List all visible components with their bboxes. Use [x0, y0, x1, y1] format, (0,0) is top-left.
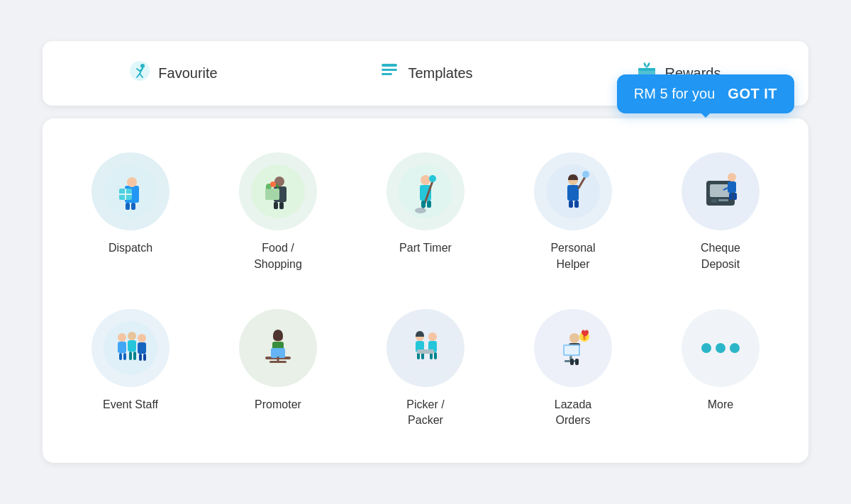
svg-rect-92 — [570, 359, 574, 365]
dot-3 — [730, 343, 740, 353]
svg-point-14 — [127, 177, 137, 187]
svg-point-73 — [399, 321, 452, 375]
svg-rect-93 — [575, 359, 579, 365]
app-container: Favourite Templates Rewards — [43, 41, 808, 463]
service-personal-helper[interactable]: PersonalHelper — [499, 140, 647, 285]
svg-rect-81 — [434, 352, 437, 359]
picker-packer-icon-circle — [386, 309, 465, 387]
svg-rect-63 — [138, 342, 146, 354]
svg-rect-35 — [427, 201, 431, 208]
svg-rect-70 — [271, 348, 285, 358]
more-icon-circle — [682, 309, 760, 387]
svg-rect-52 — [733, 193, 737, 200]
svg-rect-26 — [274, 202, 278, 209]
svg-rect-65 — [143, 354, 146, 361]
svg-rect-59 — [128, 340, 136, 352]
svg-point-58 — [128, 332, 136, 340]
service-grid-row1: Dispatch — [57, 140, 794, 285]
dot-2 — [716, 343, 725, 353]
dot-1 — [701, 343, 711, 353]
cheque-deposit-label: ChequeDeposit — [701, 240, 740, 272]
svg-rect-61 — [133, 352, 136, 360]
svg-rect-41 — [569, 201, 573, 208]
svg-rect-11 — [638, 68, 655, 71]
svg-rect-19 — [131, 203, 135, 210]
promoter-icon-circle — [239, 309, 317, 387]
got-it-button[interactable]: GOT IT — [728, 86, 777, 102]
picker-packer-label: Picker /Packer — [406, 397, 444, 429]
svg-rect-46 — [711, 199, 717, 203]
svg-rect-42 — [574, 201, 579, 208]
promoter-label: Promoter — [255, 397, 301, 413]
svg-rect-57 — [123, 353, 126, 360]
event-staff-icon-circle — [91, 309, 169, 387]
service-event-staff[interactable]: Event Staff — [57, 296, 204, 442]
service-picker-packer[interactable]: Picker /Packer — [352, 296, 499, 442]
svg-rect-51 — [729, 193, 733, 200]
svg-point-54 — [118, 333, 126, 342]
service-cheque-deposit[interactable]: ChequeDeposit — [647, 140, 794, 285]
lazada-orders-icon-circle: $ — [534, 309, 612, 387]
svg-point-40 — [582, 171, 589, 178]
service-lazada-orders[interactable]: $ LazadaOrders — [499, 296, 647, 442]
svg-rect-89 — [564, 346, 579, 354]
part-timer-icon-circle — [386, 152, 465, 230]
svg-rect-34 — [421, 201, 425, 208]
svg-point-48 — [728, 173, 736, 181]
tab-templates-label: Templates — [408, 65, 472, 82]
templates-icon — [378, 60, 401, 87]
svg-point-33 — [429, 175, 436, 182]
lazada-orders-label: LazadaOrders — [555, 397, 592, 429]
svg-point-84 — [569, 333, 579, 343]
cheque-deposit-icon-circle — [682, 152, 760, 230]
svg-point-32 — [415, 208, 426, 213]
service-dispatch[interactable]: Dispatch — [57, 140, 204, 285]
personal-helper-label: PersonalHelper — [550, 240, 595, 272]
svg-point-78 — [428, 332, 437, 341]
favourite-icon — [128, 60, 151, 87]
tab-favourite-label: Favourite — [158, 65, 217, 82]
svg-rect-27 — [279, 202, 284, 209]
svg-point-62 — [138, 334, 146, 342]
tab-templates[interactable]: Templates — [301, 47, 550, 100]
svg-rect-7 — [382, 64, 397, 67]
svg-rect-56 — [119, 353, 122, 360]
service-grid-row2: Event Staff — [57, 296, 794, 442]
tab-favourite[interactable]: Favourite — [48, 47, 298, 100]
more-label: More — [708, 397, 733, 413]
service-more[interactable]: More — [647, 296, 794, 442]
svg-rect-47 — [718, 199, 728, 201]
svg-rect-72 — [269, 361, 287, 363]
event-staff-label: Event Staff — [103, 397, 158, 413]
dispatch-icon-circle — [91, 152, 169, 230]
svg-rect-64 — [139, 354, 142, 361]
svg-rect-60 — [129, 352, 132, 360]
service-food-shopping[interactable]: Food /Shopping — [204, 140, 352, 285]
main-card: RM 5 for you GOT IT — [43, 118, 808, 463]
service-promoter[interactable]: Promoter — [204, 296, 352, 442]
tooltip-text: RM 5 for you — [634, 86, 715, 102]
more-dots — [701, 343, 740, 353]
svg-rect-55 — [118, 342, 126, 353]
service-part-timer[interactable]: Part Timer — [352, 140, 499, 285]
promo-tooltip: RM 5 for you GOT IT — [617, 74, 794, 113]
svg-rect-8 — [382, 69, 397, 71]
svg-rect-18 — [126, 203, 130, 210]
personal-helper-icon-circle — [534, 152, 612, 230]
food-shopping-label: Food /Shopping — [254, 240, 302, 272]
svg-point-25 — [270, 181, 276, 187]
svg-rect-38 — [567, 185, 579, 201]
svg-rect-23 — [265, 189, 279, 200]
dispatch-label: Dispatch — [109, 240, 152, 256]
svg-rect-49 — [728, 181, 736, 193]
svg-rect-82 — [417, 349, 434, 354]
svg-rect-9 — [382, 73, 392, 75]
food-shopping-icon-circle — [239, 152, 317, 230]
part-timer-label: Part Timer — [399, 240, 452, 256]
svg-point-29 — [421, 175, 430, 185]
